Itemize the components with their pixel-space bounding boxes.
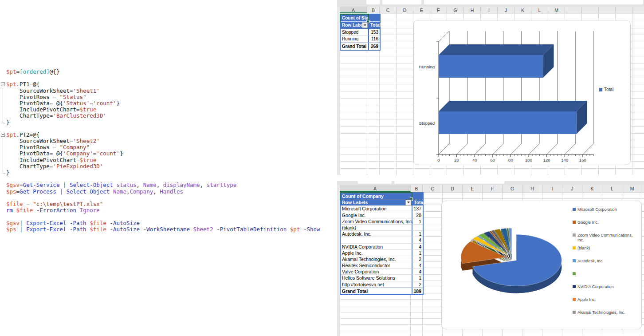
column-header-x17[interactable]	[632, 7, 644, 13]
pie-legend-item[interactable]: Google Inc.	[573, 220, 638, 225]
code-fold-gutter	[1, 107, 6, 113]
pivot-cell-value[interactable]: 4	[412, 269, 423, 275]
column-header-x13[interactable]	[565, 7, 582, 13]
pivot-cell-value[interactable]: 1	[412, 250, 423, 256]
bar-chart-object[interactable]: 020406080100120140160StoppedRunning Tota…	[413, 20, 631, 165]
column-header-A[interactable]: A	[340, 185, 411, 192]
column-header-H[interactable]: H	[522, 185, 542, 192]
pivot-cell-value[interactable]	[412, 193, 423, 199]
pivot-cell-label[interactable]: Autodesk, Inc.	[341, 231, 412, 237]
bar-chart-legend[interactable]: Total	[599, 87, 613, 92]
code-text: PivotRows = "Company"	[6, 144, 90, 150]
column-header-I[interactable]: I	[542, 185, 562, 192]
powershell-code-editor[interactable]: $pt=[ordered]@{}$pt.PT1=@{ SourceWorkShe…	[1, 69, 337, 233]
pivot-cell-label[interactable]: Google Inc.	[341, 212, 412, 218]
column-header-M[interactable]: M	[548, 7, 565, 13]
pivot-cell-value[interactable]: 189	[412, 288, 423, 294]
pivot-cell-label[interactable]: Stopped	[341, 29, 368, 36]
pivot-cell-value[interactable]: 269	[368, 43, 380, 50]
pivot-cell-label[interactable]: NVIDIA Corporation	[341, 244, 412, 250]
pie-legend-item[interactable]: Autodesk, Inc.	[573, 259, 638, 264]
pivot-cell-label[interactable]: Realtek Semiconductor	[341, 262, 412, 269]
pivot-cell-label[interactable]: Running	[341, 36, 368, 43]
pivot-cell-label[interactable]: Helios Software Solutions	[341, 275, 412, 281]
pivot-cell-label[interactable]	[341, 237, 412, 243]
pivot-cell-value[interactable]: 2	[412, 281, 423, 288]
pie-legend-item[interactable]: Apple Inc.	[573, 297, 638, 302]
pivot-cell-value[interactable]: 28	[412, 212, 423, 218]
column-header-K[interactable]: K	[514, 7, 531, 13]
column-header-D[interactable]: D	[397, 7, 413, 13]
column-header-C[interactable]: C	[380, 7, 397, 13]
pivot-cell-label[interactable]: http://tortoisesvn.net	[341, 281, 412, 288]
pivot-cell-label[interactable]: Grand Total	[341, 288, 412, 294]
column-header-x16[interactable]	[616, 7, 632, 13]
pivot-row-labels-header[interactable]: Row Labels	[341, 199, 412, 206]
column-header-C[interactable]: C	[423, 185, 443, 192]
pivot-cell-value[interactable]: 4	[412, 244, 423, 250]
column-header-F[interactable]: F	[430, 7, 447, 13]
pivot-title-cell[interactable]: Count of Status	[341, 15, 368, 22]
pie-legend-item[interactable]	[573, 272, 638, 275]
pivot-cell-value[interactable]: 153	[368, 29, 380, 36]
pivot-cell-value[interactable]: 4	[412, 262, 423, 269]
fold-collapse-icon[interactable]	[1, 133, 5, 137]
pie-legend-item[interactable]: Microsoft Corporation	[573, 207, 638, 212]
pivot-cell-value[interactable]: 1	[412, 231, 423, 237]
column-header-I[interactable]: I	[481, 7, 498, 13]
column-header-L[interactable]: L	[602, 185, 622, 192]
column-header-G[interactable]: G	[447, 7, 464, 13]
column-header-A[interactable]: A	[340, 7, 367, 13]
excel-sheet2-screenshot: ABCDEFGHIJKLM Count of CompanyRow Labels…	[337, 181, 644, 336]
row-labels-filter-dropdown[interactable]	[362, 22, 368, 28]
column-header-B[interactable]: B	[367, 7, 380, 13]
code-fold-gutter[interactable]	[1, 81, 6, 87]
column-header-E[interactable]: E	[413, 7, 430, 13]
pie-legend-item[interactable]: Zoom Video Communications, Inc.	[573, 233, 638, 243]
pivot-cell-value[interactable]: 2	[412, 256, 423, 262]
column-header-x14[interactable]	[582, 7, 599, 13]
pie-legend-item[interactable]: NVIDIA Corporation	[573, 285, 638, 289]
pivot-cell-label[interactable]: Microsoft Corporation	[341, 206, 412, 212]
column-header-F[interactable]: F	[483, 185, 503, 192]
pie-legend-item[interactable]: (blank)	[573, 246, 638, 251]
column-header-G[interactable]: G	[503, 185, 522, 192]
pie-chart-object[interactable]: Microsoft CorporationGoogle Inc.Zoom Vid…	[441, 201, 642, 329]
column-header-B[interactable]: B	[411, 185, 423, 192]
column-header-J[interactable]: J	[562, 185, 582, 192]
pivot-cell-label[interactable]: Zoom Video Communications, Inc.	[341, 218, 412, 225]
pivot-total-header[interactable]: Total	[368, 22, 380, 29]
pivot-cell-label[interactable]: Valve Corporation	[341, 269, 412, 275]
column-header-M[interactable]: M	[622, 185, 642, 192]
column-header-J[interactable]: J	[498, 7, 514, 13]
code-token: ChartType	[6, 163, 50, 170]
column-headers: ABCDEFGHIJKLM	[340, 185, 644, 193]
pivot-cell-label[interactable]: Apple Inc.	[341, 250, 412, 256]
fold-collapse-icon[interactable]	[1, 82, 5, 86]
column-header-x13[interactable]	[642, 185, 644, 192]
column-header-E[interactable]: E	[463, 185, 483, 192]
pivot-cell-value[interactable]	[368, 15, 380, 22]
column-header-x15[interactable]	[599, 7, 616, 13]
pivot-cell-value[interactable]: 137	[412, 206, 423, 212]
pivot-total-header[interactable]: Total	[412, 199, 423, 206]
column-header-L[interactable]: L	[531, 7, 548, 13]
pivot-cell-label[interactable]: Grand Total	[341, 43, 368, 50]
column-header-D[interactable]: D	[443, 185, 463, 192]
column-header-K[interactable]: K	[582, 185, 602, 192]
code-fold-gutter[interactable]	[1, 132, 6, 138]
pivot-cell-label[interactable]: Akamai Technologies, Inc.	[341, 256, 412, 262]
column-header-H[interactable]: H	[464, 7, 481, 13]
pivot-row-labels-header[interactable]: Row Labels	[341, 22, 368, 29]
pivot-cell-value[interactable]	[412, 225, 423, 231]
pivot-cell-value[interactable]: 116	[368, 36, 380, 43]
pivot-cell-value[interactable]: 4	[412, 237, 423, 243]
pivot-table-status[interactable]: Count of StatusRow LabelsTotalStopped153…	[340, 14, 381, 51]
pivot-title-cell[interactable]: Count of Company	[341, 193, 412, 199]
pie-legend-item[interactable]: Akamai Technologies, Inc.	[573, 310, 638, 315]
pivot-table-company[interactable]: Count of CompanyRow LabelsTotalMicrosoft…	[340, 192, 424, 295]
pivot-cell-value[interactable]: 1	[412, 218, 423, 225]
pivot-cell-value[interactable]: 1	[412, 275, 423, 281]
pivot-cell-label[interactable]: (blank)	[341, 225, 412, 231]
row-labels-filter-dropdown[interactable]	[405, 200, 411, 206]
